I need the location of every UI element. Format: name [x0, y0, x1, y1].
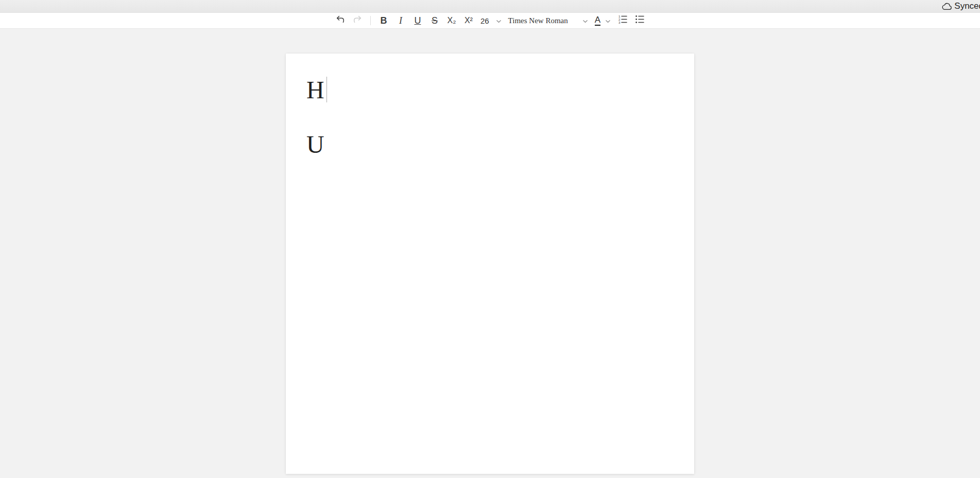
document-line-2: U [306, 131, 674, 158]
font-size-select[interactable]: 26 [479, 14, 503, 27]
font-color-label: A [595, 15, 600, 26]
font-size-value: 26 [480, 16, 489, 25]
document-page[interactable]: H U [286, 54, 694, 474]
document-line-empty [306, 103, 674, 131]
bullet-list-button[interactable] [633, 14, 646, 27]
toolbar-divider [370, 16, 371, 25]
window-top-bar: Synced [0, 0, 980, 13]
bold-button[interactable]: B [377, 14, 390, 27]
sync-status: Synced [942, 1, 980, 11]
document-line-1-text: H [306, 76, 324, 103]
numbered-list-icon: 1 2 3 [618, 14, 628, 27]
cloud-sync-icon [942, 3, 953, 10]
font-color-button[interactable]: A [594, 14, 612, 27]
strikethrough-button[interactable]: S [428, 14, 441, 27]
italic-button[interactable]: I [394, 14, 407, 27]
numbered-list-button[interactable]: 1 2 3 [616, 14, 629, 27]
chevron-down-icon [496, 17, 502, 25]
underline-button[interactable]: U [411, 14, 424, 27]
formatting-toolbar: B I U S X₂ X² 26 Times New Roman A [0, 13, 980, 29]
editor-background: H U [0, 29, 980, 478]
font-family-select[interactable]: Times New Roman [507, 14, 589, 27]
superscript-button[interactable]: X² [462, 14, 475, 27]
subscript-button[interactable]: X₂ [445, 14, 458, 27]
chevron-down-icon [605, 17, 611, 25]
undo-button[interactable] [334, 14, 347, 27]
bullet-list-icon [635, 14, 645, 27]
document-content[interactable]: H U [286, 54, 694, 158]
svg-text:3: 3 [618, 21, 621, 24]
document-line-2-text: U [306, 131, 324, 158]
text-cursor [326, 77, 327, 102]
redo-button[interactable] [351, 14, 364, 27]
document-line-1: H [306, 76, 674, 103]
sync-status-label: Synced [954, 1, 980, 11]
font-family-value: Times New Roman [508, 16, 568, 25]
undo-icon [335, 14, 346, 27]
redo-icon [352, 14, 363, 27]
chevron-down-icon [582, 17, 588, 25]
